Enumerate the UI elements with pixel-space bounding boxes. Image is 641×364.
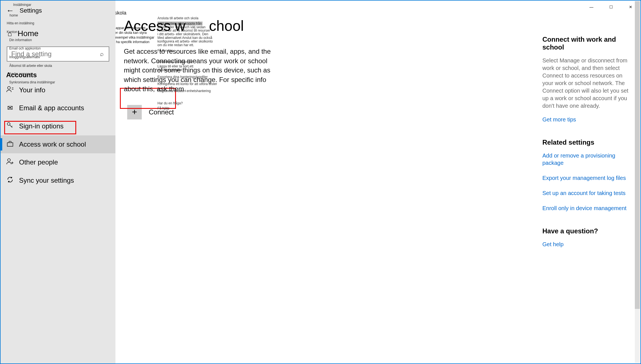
ghost-text: Email och appkonton <box>9 46 41 51</box>
link-test-account[interactable]: Set up an account for taking tests <box>542 189 629 197</box>
sidebar-item-work-school[interactable]: Access work or school <box>1 135 115 153</box>
ghost-text: Andra personer <box>9 72 32 76</box>
rp-heading-related: Related settings <box>542 138 629 146</box>
home-label: Home <box>18 29 39 38</box>
scrollbar-thumb[interactable] <box>635 1 640 309</box>
svg-rect-6 <box>7 143 13 146</box>
maximize-button[interactable]: ☐ <box>601 1 621 13</box>
sidebar-item-label: Your info <box>19 86 45 94</box>
window-title: Settings <box>20 7 42 14</box>
sidebar-item-email[interactable]: ✉ Email & app accounts <box>1 99 115 117</box>
person-icon <box>6 86 14 94</box>
link-provisioning-package[interactable]: Add or remove a provisioning package <box>542 152 629 166</box>
ghost-heading: Åtkomst till arbete eller skola <box>115 10 126 17</box>
ghost-text: Åtkomst till arbete eller skola <box>9 64 52 68</box>
search-icon: ⌕ <box>100 50 109 58</box>
sidebar: Inställningar home Hitta en inställning … <box>1 1 115 363</box>
link-export-logs[interactable]: Export your management log files <box>542 174 629 182</box>
right-panel: Connect with work and school Select Mana… <box>542 36 629 256</box>
rp-heading-connect: Connect with work and school <box>542 36 629 51</box>
page-description: Get access to resources like email, apps… <box>124 47 281 94</box>
mail-icon: ✉ <box>6 104 14 112</box>
ghost-text: Din information <box>9 38 32 43</box>
ghost-text: Synkronisera dina inställningar <box>9 80 55 85</box>
ghost-text: Konton <box>7 30 17 34</box>
sidebar-item-label: Other people <box>19 158 58 166</box>
rp-text: Select Manage or disconnect from work or… <box>542 57 629 110</box>
ghost-text: home <box>10 13 18 18</box>
sidebar-item-label: Email & app accounts <box>19 104 84 112</box>
sync-icon <box>6 176 14 185</box>
close-button[interactable]: ✕ <box>621 1 640 13</box>
sidebar-item-sync[interactable]: Sync your settings <box>1 171 115 190</box>
link-device-management[interactable]: Enroll only in device management <box>542 205 629 212</box>
rp-heading-question: Have a question? <box>542 227 629 235</box>
link-get-help[interactable]: Get help <box>542 241 629 248</box>
link-get-more-tips[interactable]: Get more tips <box>542 116 629 123</box>
svg-point-0 <box>8 86 10 89</box>
ghost-q-heading: Har du en fråga? <box>157 101 183 106</box>
sidebar-item-other-people[interactable]: Other people <box>1 153 115 171</box>
sidebar-item-label: Sync your settings <box>19 177 74 184</box>
minimize-button[interactable]: — <box>582 1 601 13</box>
ghost-text: Inloggningsalternativ <box>9 55 40 60</box>
page-title: Access w chool <box>124 17 632 34</box>
briefcase-icon <box>6 140 14 148</box>
ghost-text: Inställningar <box>13 3 31 7</box>
people-icon <box>6 158 14 166</box>
ghost-q-link: Få hjälp <box>157 106 169 111</box>
ghost-text: Hitta en inställning <box>7 21 34 26</box>
main-content: Åtkomst till arbete eller skola Få åtkom… <box>115 1 640 363</box>
svg-point-7 <box>8 159 10 161</box>
highlight-selected-nav <box>4 121 76 134</box>
sidebar-item-label: Access work or school <box>19 140 86 148</box>
